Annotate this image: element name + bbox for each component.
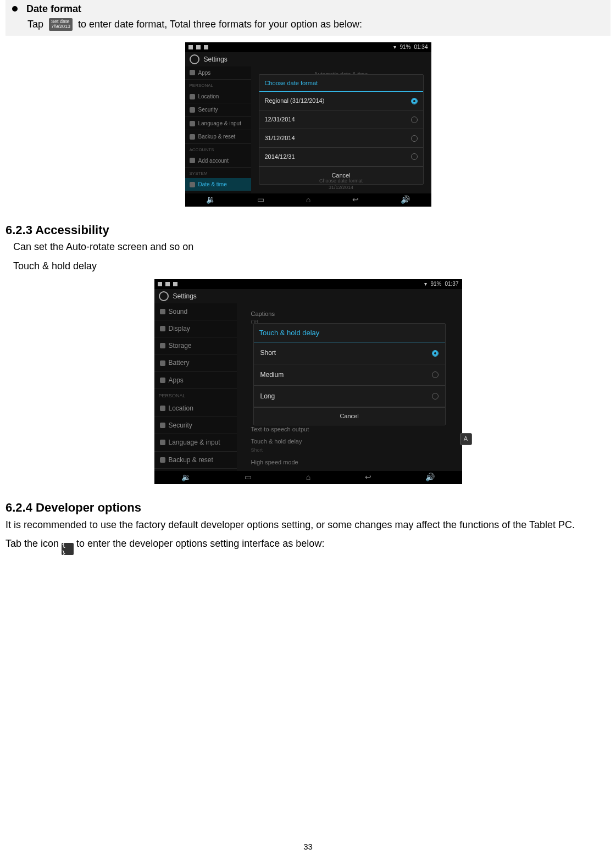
app-title: Settings bbox=[204, 55, 227, 64]
sidebar-item-location[interactable]: Location bbox=[185, 90, 251, 104]
app-title: Settings bbox=[173, 292, 197, 301]
back-icon[interactable]: ↩ bbox=[365, 472, 371, 482]
dialog-option[interactable]: Long bbox=[254, 386, 445, 407]
sidebar-item-backup[interactable]: Backup & reset bbox=[185, 130, 251, 144]
tap-suffix: to enter date format, Total three format… bbox=[78, 18, 362, 31]
wifi-icon: ▾ bbox=[393, 43, 396, 51]
settings-main: Captions Off Touch & hold delay Short Me… bbox=[237, 303, 462, 471]
backup-icon bbox=[190, 134, 195, 140]
tap-prefix: Tap bbox=[27, 18, 43, 31]
screenshot-date-format: ▾ 91% 01:34 Settings Apps PERSONAL Locat… bbox=[185, 42, 431, 207]
back-icon[interactable]: ↩ bbox=[352, 195, 359, 205]
sidebar-header-accounts: ACCOUNTS bbox=[185, 144, 251, 154]
page-number: 33 bbox=[0, 841, 616, 852]
sidebar-item-apps[interactable]: Apps bbox=[154, 372, 237, 389]
lock-icon bbox=[160, 423, 165, 428]
battery-pct: 91% bbox=[430, 280, 441, 288]
sidebar-item-security[interactable]: Security bbox=[154, 417, 237, 434]
dialog-title: Choose date format bbox=[259, 75, 423, 92]
vol-up-icon[interactable]: 🔊 bbox=[425, 472, 435, 482]
sidebar-item-sound[interactable]: Sound bbox=[154, 303, 237, 320]
language-icon bbox=[190, 121, 195, 126]
nav-bar: 🔉 ▭ ⌂ ↩ 🔊 bbox=[154, 471, 462, 484]
home-icon[interactable]: ⌂ bbox=[306, 472, 310, 482]
dialog-option[interactable]: 12/31/2014 bbox=[259, 110, 423, 129]
below-dialog-text: Choose date format 31/12/2014 bbox=[251, 177, 431, 191]
sidebar-header-personal: PERSONAL bbox=[185, 80, 251, 90]
dialog-cancel-button[interactable]: Cancel bbox=[254, 407, 445, 425]
screenshot-touch-hold: ▾ 91% 01:37 Settings Sound Display Stora… bbox=[154, 279, 462, 484]
dialog-option[interactable]: Short bbox=[254, 342, 445, 364]
clock: 01:37 bbox=[445, 280, 458, 288]
sidebar-item-battery[interactable]: Battery bbox=[154, 354, 237, 371]
heading-623: 6.2.3 Accessibility bbox=[5, 222, 611, 238]
display-icon bbox=[160, 326, 165, 331]
location-icon bbox=[160, 406, 165, 411]
radio-icon bbox=[432, 371, 439, 378]
battery-icon bbox=[160, 360, 165, 366]
status-bar: ▾ 91% 01:37 bbox=[154, 279, 462, 289]
dialog-option[interactable]: Regional (31/12/2014) bbox=[259, 92, 423, 110]
section-title: Date format bbox=[26, 2, 81, 15]
sidebar-item-security[interactable]: Security bbox=[185, 103, 251, 117]
home-icon[interactable]: ⌂ bbox=[306, 195, 310, 205]
vol-up-icon[interactable]: 🔊 bbox=[401, 195, 410, 205]
sidebar-header-accounts: ACCOUNTS bbox=[154, 469, 237, 471]
radio-icon bbox=[432, 393, 439, 400]
main-below: Text-to-speech output Touch & hold delay… bbox=[251, 423, 457, 469]
status-bar: ▾ 91% 01:34 bbox=[185, 42, 431, 52]
dialog-option[interactable]: 2014/12/31 bbox=[259, 148, 423, 167]
set-date-chip: Set date 7/9/2013 bbox=[49, 18, 73, 31]
clock: 01:34 bbox=[414, 43, 428, 51]
apps-icon bbox=[190, 70, 195, 75]
touch-hold-dialog: Touch & hold delay Short Medium Long Can… bbox=[253, 323, 446, 425]
braces-icon: { } bbox=[62, 543, 74, 555]
radio-icon bbox=[411, 135, 418, 142]
dialog-title: Touch & hold delay bbox=[254, 324, 445, 343]
app-bar: Settings bbox=[185, 52, 431, 66]
sidebar-header-system: SYSTEM bbox=[185, 168, 251, 178]
sidebar-item-datetime[interactable]: Date & time bbox=[185, 178, 251, 192]
status-icon bbox=[204, 45, 208, 49]
recent-icon[interactable]: ▭ bbox=[257, 195, 264, 205]
sidebar-item-backup[interactable]: Backup & reset bbox=[154, 452, 237, 469]
heading-624: 6.2.4 Developer options bbox=[5, 500, 611, 516]
bullet-icon bbox=[12, 6, 18, 12]
apps-icon bbox=[160, 378, 165, 383]
status-icon bbox=[173, 282, 177, 286]
sidebar-item-language[interactable]: Language & input bbox=[154, 434, 237, 451]
lock-icon bbox=[190, 107, 195, 113]
sidebar-item-storage[interactable]: Storage bbox=[154, 337, 237, 354]
location-icon bbox=[190, 94, 195, 99]
language-icon bbox=[160, 440, 165, 445]
dialog-option[interactable]: Medium bbox=[254, 364, 445, 386]
speaker-icon bbox=[160, 309, 165, 314]
text-623-1: Can set the Auto-rotate screen and so on bbox=[5, 240, 611, 253]
touch-hold-row[interactable]: Touch & hold delay Short bbox=[251, 435, 457, 456]
sidebar-item-language[interactable]: Language & input bbox=[185, 117, 251, 131]
sidebar-item-location[interactable]: Location bbox=[154, 400, 237, 417]
clock-icon bbox=[190, 182, 195, 187]
dialog-option[interactable]: 31/12/2014 bbox=[259, 129, 423, 148]
sidebar-item-apps[interactable]: Apps bbox=[185, 66, 251, 80]
plus-icon bbox=[190, 158, 195, 163]
nav-bar: 🔉 ▭ ⌂ ↩ 🔊 bbox=[185, 193, 431, 207]
settings-sidebar: Sound Display Storage Battery Apps PERSO… bbox=[154, 303, 237, 471]
recent-icon[interactable]: ▭ bbox=[245, 472, 252, 482]
tts-row[interactable]: Text-to-speech output bbox=[251, 423, 457, 436]
sidebar-item-accessibility[interactable]: Accessibility bbox=[185, 191, 251, 193]
text-624-1: It is recommended to use the factory def… bbox=[5, 518, 611, 531]
status-icon bbox=[165, 282, 170, 286]
text-623-2: Touch & hold delay bbox=[5, 259, 611, 273]
sidebar-item-display[interactable]: Display bbox=[154, 320, 237, 337]
status-icon bbox=[188, 45, 193, 49]
backup-icon bbox=[160, 457, 165, 463]
high-speed-row[interactable]: High speed mode bbox=[251, 456, 457, 469]
text-624-2: Tab the icon { } to enter the developer … bbox=[5, 537, 611, 556]
radio-icon bbox=[411, 116, 418, 123]
sidebar-item-add-account[interactable]: Add account bbox=[185, 154, 251, 168]
radio-icon bbox=[432, 350, 439, 357]
vol-down-icon[interactable]: 🔉 bbox=[206, 195, 215, 205]
app-bar: Settings bbox=[154, 289, 462, 303]
vol-down-icon[interactable]: 🔉 bbox=[181, 472, 191, 482]
